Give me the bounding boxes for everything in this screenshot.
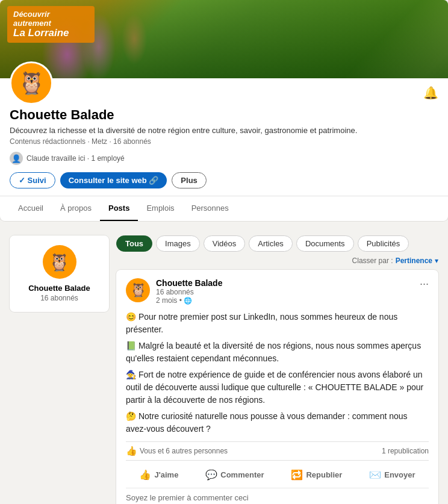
filter-videos[interactable]: Vidéos [204, 235, 246, 252]
post-author-followers: 16 abonnés [156, 288, 222, 296]
company-meta: Contenus rédactionnels · Metz · 16 abonn… [10, 137, 438, 146]
banner: Découvrir autrement La Lorraine [0, 0, 448, 78]
notification-bell-button[interactable]: 🔔 [423, 86, 438, 100]
suivi-button[interactable]: ✓ Suivi [10, 172, 55, 188]
sidebar: 🦉 Chouette Balade 16 abonnés [10, 235, 109, 312]
send-icon: ✉️ [369, 469, 381, 481]
globe-icon: 🌐 [184, 297, 192, 305]
post-author-details: Chouette Balade 16 abonnés 2 mois • 🌐 [156, 278, 222, 305]
sidebar-company-name: Chouette Balade [28, 284, 90, 293]
employee-text: Claude travaille ici · 1 employé [26, 154, 125, 163]
reactions-left: 👍 Vous et 6 autres personnes [126, 446, 228, 456]
post-body-line3: 🧙 Fort de notre expérience de guide et d… [126, 369, 429, 406]
post-time: 2 mois • 🌐 [156, 296, 222, 305]
filter-tous[interactable]: Tous [116, 235, 152, 252]
company-description: Découvrez la richesse et la diversité de… [10, 125, 438, 136]
republier-label: Republier [306, 470, 342, 479]
sort-label: Classer par : [352, 257, 393, 265]
plus-button[interactable]: Plus [172, 172, 206, 188]
banner-title-line1: Découvrir autrement [13, 10, 89, 28]
comment-prompt: Soyez le premier à commenter ceci [126, 488, 429, 503]
repost-icon: 🔁 [291, 469, 303, 481]
post-owl-icon: 🦉 [130, 282, 146, 298]
post-body-line2: 📗 Malgré la beauté et la diversité de no… [126, 340, 429, 365]
post-author-info: 🦉 Chouette Balade 16 abonnés 2 mois • 🌐 [126, 278, 222, 305]
company-avatar-wrapper: 🦉 [10, 61, 53, 105]
filter-documents[interactable]: Documents [296, 235, 354, 252]
owl-icon: 🦉 [18, 70, 45, 96]
sidebar-avatar: 🦉 [43, 245, 76, 279]
tab-personnes[interactable]: Personnes [183, 196, 237, 221]
person-icon: 👤 [10, 152, 23, 165]
post-header: 🦉 Chouette Balade 16 abonnés 2 mois • 🌐 … [126, 278, 429, 305]
sort-value[interactable]: Pertinence [396, 257, 432, 265]
profile-section: 🔔 🦉 Chouette Balade Découvrez la richess… [0, 78, 448, 196]
envoyer-button[interactable]: ✉️ Envoyer [362, 465, 422, 484]
post-actions: 👍 J'aime 💬 Commenter 🔁 Republier ✉️ Envo… [126, 463, 429, 487]
post-avatar: 🦉 [126, 278, 150, 302]
tab-emplois[interactable]: Emplois [138, 196, 182, 221]
post-more-button[interactable]: ··· [420, 278, 429, 289]
filter-bar: Tous Images Vidéos Articles Documents Pu… [116, 235, 438, 252]
nav-tabs: Accueil À propos Posts Emplois Personnes [0, 196, 448, 221]
sidebar-followers: 16 abonnés [40, 294, 78, 302]
company-avatar: 🦉 [10, 61, 53, 105]
post-body-line4: 🤔 Notre curiosité naturelle nous pousse … [126, 410, 429, 435]
company-name: Chouette Balade [10, 107, 438, 123]
sort-bar: Classer par : Pertinence ▾ [116, 257, 438, 265]
banner-title-line2: La Lorraine [13, 28, 89, 39]
action-buttons: ✓ Suivi Consulter le site web 🔗 Plus [10, 172, 438, 188]
like-reaction-icon: 👍 [126, 446, 137, 456]
republication-count: 1 republication [382, 447, 429, 455]
tab-accueil[interactable]: Accueil [10, 196, 52, 221]
envoyer-label: Envoyer [384, 470, 415, 479]
jaime-label: J'aime [154, 470, 178, 479]
filter-images[interactable]: Images [156, 235, 200, 252]
filter-articles[interactable]: Articles [249, 235, 293, 252]
posts-area: Tous Images Vidéos Articles Documents Pu… [116, 235, 438, 504]
filter-publicites[interactable]: Publicités [358, 235, 409, 252]
commenter-label: Commenter [220, 470, 264, 479]
sidebar-owl-icon: 🦉 [49, 252, 70, 272]
sort-chevron-icon[interactable]: ▾ [435, 257, 438, 265]
reactions-text: Vous et 6 autres personnes [140, 447, 228, 455]
post-card: 🦉 Chouette Balade 16 abonnés 2 mois • 🌐 … [116, 270, 438, 504]
consulter-button[interactable]: Consulter le site web 🔗 [60, 172, 167, 188]
content-area: 🦉 Chouette Balade 16 abonnés Tous Images… [0, 226, 448, 504]
post-reactions: 👍 Vous et 6 autres personnes 1 republica… [126, 441, 429, 461]
jaime-button[interactable]: 👍 J'aime [132, 465, 185, 484]
comment-icon: 💬 [205, 469, 217, 481]
tab-apropos[interactable]: À propos [52, 196, 100, 221]
post-body: 😊 Pour notre premier post sur LinkedIn, … [126, 311, 429, 435]
employee-row: 👤 Claude travaille ici · 1 employé [10, 152, 438, 165]
tab-posts[interactable]: Posts [100, 196, 138, 221]
banner-text: Découvrir autrement La Lorraine [7, 6, 95, 43]
post-author-name[interactable]: Chouette Balade [156, 278, 222, 288]
like-icon: 👍 [139, 469, 151, 481]
post-body-line1: 😊 Pour notre premier post sur LinkedIn, … [126, 311, 429, 336]
commenter-button[interactable]: 💬 Commenter [198, 465, 271, 484]
republier-button[interactable]: 🔁 Republier [284, 465, 349, 484]
